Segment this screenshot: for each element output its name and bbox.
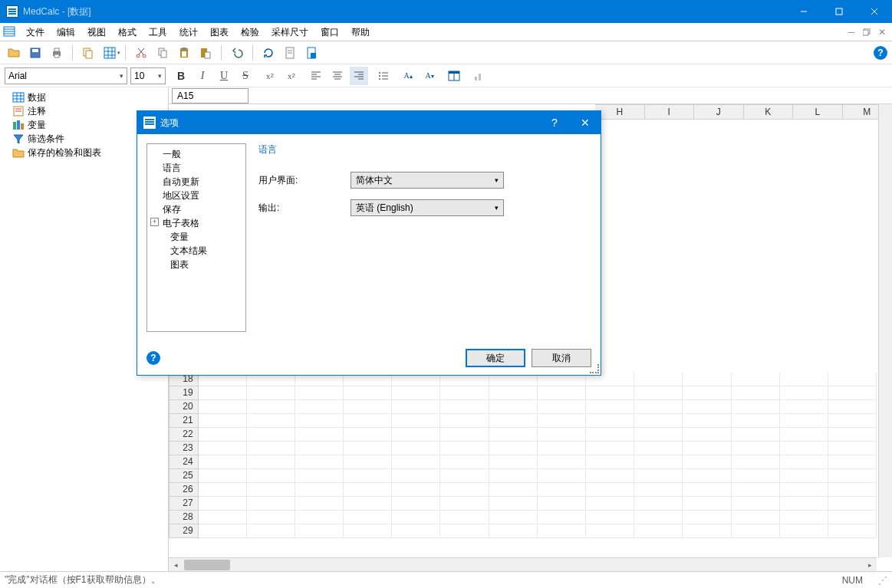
cell[interactable] — [247, 455, 295, 469]
cell[interactable] — [683, 414, 731, 428]
dialog-tree-item-2[interactable]: 自动更新 — [149, 175, 244, 189]
cell[interactable] — [634, 442, 683, 455]
dialog-tree-item-7[interactable]: 文本结果 — [149, 244, 244, 258]
chart-button[interactable] — [469, 67, 488, 85]
menu-7[interactable]: 检验 — [235, 23, 265, 41]
cell[interactable] — [344, 524, 392, 538]
menu-5[interactable]: 统计 — [173, 23, 204, 41]
cell[interactable] — [683, 400, 731, 414]
col-header-J[interactable]: J — [694, 104, 744, 120]
row-header-29[interactable]: 29 — [169, 524, 199, 538]
cell[interactable] — [247, 400, 295, 414]
close-button[interactable] — [857, 0, 892, 23]
subscript-button[interactable]: x2 — [261, 67, 279, 85]
cell[interactable] — [489, 386, 538, 400]
cell[interactable] — [199, 386, 247, 400]
recalc-button[interactable] — [259, 44, 278, 62]
cell[interactable] — [634, 414, 683, 428]
col-header-H[interactable]: H — [595, 104, 645, 120]
horizontal-scrollbar[interactable]: ◂▸ — [169, 557, 877, 571]
cell[interactable] — [780, 400, 828, 414]
cell[interactable] — [295, 469, 344, 483]
cell[interactable] — [489, 428, 538, 442]
cell[interactable] — [780, 455, 828, 469]
cell[interactable] — [683, 511, 731, 524]
cell[interactable] — [295, 414, 344, 428]
cell[interactable] — [392, 469, 440, 483]
cell[interactable] — [780, 442, 828, 455]
cell[interactable] — [732, 455, 780, 469]
cell[interactable] — [538, 469, 586, 483]
paste-button[interactable] — [175, 44, 193, 62]
cell[interactable] — [828, 497, 877, 511]
menu-3[interactable]: 格式 — [112, 23, 143, 41]
doc2-button[interactable] — [302, 44, 321, 62]
cell[interactable] — [295, 455, 344, 469]
cell[interactable] — [586, 442, 634, 455]
menu-8[interactable]: 采样尺寸 — [265, 23, 314, 41]
cell[interactable] — [732, 442, 780, 455]
row-header-22[interactable]: 22 — [169, 428, 199, 442]
form-select-1[interactable]: 英语 (English)▾ — [351, 199, 504, 216]
cell[interactable] — [683, 373, 731, 386]
cell[interactable] — [247, 483, 295, 497]
underline-button[interactable]: U — [215, 67, 233, 85]
cell[interactable] — [199, 483, 247, 497]
cell[interactable] — [344, 442, 392, 455]
cell[interactable] — [344, 497, 392, 511]
cell[interactable] — [828, 400, 877, 414]
dialog-tree-item-6[interactable]: 变量 — [149, 230, 244, 244]
maximize-button[interactable] — [821, 0, 857, 23]
cell[interactable] — [440, 524, 489, 538]
undo-button[interactable] — [228, 44, 246, 62]
mdi-close-button[interactable]: ✕ — [875, 25, 889, 39]
cell[interactable] — [732, 497, 780, 511]
cell[interactable] — [344, 414, 392, 428]
cell[interactable] — [634, 428, 683, 442]
print-button[interactable] — [48, 44, 66, 62]
cell[interactable] — [780, 373, 828, 386]
cell[interactable] — [247, 469, 295, 483]
cell[interactable] — [634, 386, 683, 400]
cell[interactable] — [683, 483, 731, 497]
sidebar-item-0[interactable]: 数据 — [2, 90, 166, 104]
expand-icon[interactable]: + — [150, 218, 159, 226]
dialog-tree-item-3[interactable]: 地区设置 — [149, 189, 244, 202]
cell[interactable] — [440, 428, 489, 442]
menu-4[interactable]: 工具 — [143, 23, 173, 41]
cell[interactable] — [489, 524, 538, 538]
cell[interactable] — [732, 414, 780, 428]
cell[interactable] — [828, 524, 877, 538]
cell[interactable] — [538, 428, 586, 442]
minimize-button[interactable] — [786, 0, 821, 23]
dialog-tree-item-5[interactable]: +电子表格 — [149, 216, 244, 230]
cell[interactable] — [392, 511, 440, 524]
menu-9[interactable]: 窗口 — [314, 23, 345, 41]
cell[interactable] — [780, 469, 828, 483]
table-format-button[interactable] — [445, 67, 463, 85]
cell[interactable] — [634, 455, 683, 469]
menu-0[interactable]: 文件 — [20, 23, 51, 41]
cell[interactable] — [732, 469, 780, 483]
dialog-resize-grip[interactable] — [590, 364, 599, 373]
doc1-button[interactable] — [281, 44, 299, 62]
cell[interactable] — [440, 414, 489, 428]
cell[interactable] — [538, 497, 586, 511]
cell[interactable] — [440, 386, 489, 400]
cell[interactable] — [344, 400, 392, 414]
cell[interactable] — [247, 414, 295, 428]
ok-button[interactable]: 确定 — [466, 349, 525, 367]
cell[interactable] — [295, 511, 344, 524]
cell[interactable] — [683, 524, 731, 538]
cell[interactable] — [199, 497, 247, 511]
menu-6[interactable]: 图表 — [204, 23, 235, 41]
bold-button[interactable]: B — [172, 67, 190, 85]
cell[interactable] — [344, 428, 392, 442]
cell[interactable] — [392, 414, 440, 428]
cell[interactable] — [538, 511, 586, 524]
cell[interactable] — [538, 386, 586, 400]
cell[interactable] — [732, 400, 780, 414]
cell[interactable] — [440, 483, 489, 497]
cell[interactable] — [683, 428, 731, 442]
copy2-button[interactable] — [153, 44, 172, 62]
